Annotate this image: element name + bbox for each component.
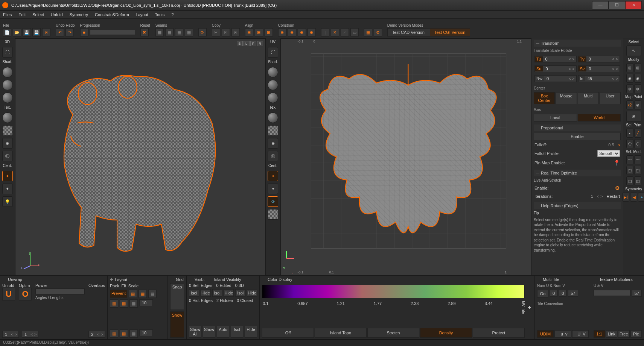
menu-constrain[interactable]: Constrain&Deform xyxy=(95,12,129,17)
menu-edit[interactable]: Edit xyxy=(18,12,26,17)
center-box[interactable]: Box Center xyxy=(534,92,555,104)
seam-2[interactable]: ▦ xyxy=(165,28,174,36)
vis-hide4[interactable]: Hide xyxy=(245,326,257,338)
sb3d-shade2[interactable] xyxy=(2,80,13,90)
restart-button[interactable]: Restart xyxy=(607,194,620,199)
prevent-button[interactable]: Prevent xyxy=(110,290,127,298)
sb3d-bulb-icon[interactable]: 💡 xyxy=(2,196,13,207)
cm-protect[interactable]: Protect xyxy=(473,328,525,338)
refresh-button[interactable]: ⟳ xyxy=(198,28,207,36)
tm-pic[interactable]: Pic xyxy=(630,330,642,338)
cm-stretch[interactable]: Stretch xyxy=(367,328,419,338)
maximize-button[interactable]: ☐ xyxy=(609,1,625,9)
vis-hide1[interactable]: Hide xyxy=(201,289,211,297)
vis-isol1[interactable]: Isol xyxy=(189,289,199,297)
sbuv-tex1[interactable] xyxy=(268,112,278,123)
menu-layout[interactable]: Layout xyxy=(136,12,148,17)
sbuv-frame-icon[interactable]: ⛶ xyxy=(268,47,278,58)
menu-symmetry[interactable]: Symmetry xyxy=(70,12,88,17)
tm-link[interactable]: Link xyxy=(606,330,618,338)
mp-1[interactable]: x2 xyxy=(626,100,633,109)
sbuv-cent2[interactable]: ✦ xyxy=(268,184,278,194)
mod-2[interactable]: ⊞ xyxy=(634,63,641,72)
sym-2[interactable]: |◀ xyxy=(630,193,637,202)
mt-v3[interactable]: 57 xyxy=(568,291,577,296)
mod-1[interactable]: ⊞ xyxy=(626,63,633,72)
demo-cad-tab[interactable]: Test CAD Version xyxy=(388,29,429,36)
fit-3[interactable]: ▦ xyxy=(129,299,138,308)
sp-1[interactable]: • xyxy=(626,129,633,138)
minimize-button[interactable]: — xyxy=(592,1,609,9)
texmul-slider[interactable] xyxy=(594,290,630,296)
profile-select[interactable]: Smooth xyxy=(597,150,620,157)
demo-cgi-tab[interactable]: Test CGI Version xyxy=(430,29,470,36)
center-mouse[interactable]: Mouse xyxy=(556,92,577,104)
power-slider[interactable] xyxy=(35,288,85,294)
misc-5[interactable]: ▦ xyxy=(364,28,372,36)
seam-1[interactable]: ▦ xyxy=(155,28,164,36)
copy-3[interactable]: ⎘ xyxy=(231,28,240,36)
misc-6[interactable]: ⚙ xyxy=(374,28,382,36)
sb3d-tex4[interactable]: Ⓤ xyxy=(2,151,13,161)
in-field[interactable]: 45 xyxy=(585,76,611,81)
vis-isol4[interactable]: Isol xyxy=(231,326,243,338)
pack-2[interactable]: ▦ xyxy=(139,290,147,298)
vis-hide2[interactable]: Hide xyxy=(224,289,234,297)
axis-local[interactable]: Local xyxy=(534,114,577,121)
tc-udim[interactable]: UDIM xyxy=(537,330,554,338)
close-button[interactable]: ✕ xyxy=(625,1,642,9)
sm-1[interactable]: 〰 xyxy=(626,155,633,164)
cursor-icon[interactable]: ↖ xyxy=(626,46,641,56)
view-f[interactable]: F xyxy=(250,41,256,46)
seam-4[interactable]: ▦ xyxy=(185,28,193,36)
axis-world[interactable]: World xyxy=(578,114,621,121)
snap-button[interactable]: Snap xyxy=(170,283,184,310)
prop-enable[interactable]: Enable xyxy=(534,133,621,140)
redo-button[interactable]: ↷ xyxy=(65,28,74,36)
color-gradient[interactable] xyxy=(262,285,525,298)
new-button[interactable]: 📄 xyxy=(3,28,11,36)
mod-6[interactable]: ⊕ xyxy=(634,84,641,93)
sm-3[interactable]: ⬚ xyxy=(626,166,633,175)
con-1[interactable]: ⊕ xyxy=(278,28,286,36)
tv-field[interactable]: 0 xyxy=(586,56,611,62)
falloff-value[interactable]: 0.5 xyxy=(608,143,614,147)
sb3d-tex1[interactable] xyxy=(2,112,13,123)
unwrap-n3[interactable]: 2 xyxy=(89,332,96,337)
tc-uv1[interactable]: _u_v xyxy=(554,330,571,338)
sbuv-checker-icon[interactable] xyxy=(268,125,278,136)
unwrap-n1[interactable]: 1 xyxy=(3,332,9,337)
sp-4[interactable]: ⬡ xyxy=(634,139,641,148)
tu-field[interactable]: 0 xyxy=(543,56,567,62)
menu-files[interactable]: Files xyxy=(3,12,12,17)
open-button[interactable]: 📂 xyxy=(13,28,21,36)
pin-icon[interactable]: 📍 xyxy=(614,160,620,166)
show-button[interactable]: Show xyxy=(170,311,184,338)
tc-uv2[interactable]: _U_V xyxy=(572,330,589,338)
sb3d-cent2[interactable]: ✦ xyxy=(2,184,13,194)
sbuv-tex4[interactable]: Ⓤ xyxy=(268,151,278,161)
panel-transform-header[interactable]: —Transform xyxy=(534,40,621,47)
sb3d-frame-icon[interactable]: ⛶ xyxy=(2,47,13,58)
sbuv-tex3[interactable]: ⊕ xyxy=(268,138,278,149)
sbuv-rotate-icon[interactable]: ⟳ xyxy=(268,196,278,207)
cm-island[interactable]: Island Topo xyxy=(315,328,367,338)
sb3d-shade1[interactable] xyxy=(2,67,13,77)
con-3[interactable]: ⊕ xyxy=(298,28,306,36)
undo-button[interactable]: ↶ xyxy=(56,28,64,36)
fit-1[interactable]: ▦ xyxy=(110,299,118,308)
saveas-button[interactable]: 💾 xyxy=(32,28,41,36)
align-2[interactable]: ⊞ xyxy=(255,28,263,36)
scale-1[interactable]: 10 xyxy=(140,300,149,305)
viewport-3d[interactable]: B L F R yxz xyxy=(15,38,266,275)
misc-4[interactable]: ▭ xyxy=(350,28,359,36)
center-user[interactable]: User xyxy=(600,92,621,104)
panel-rto-header[interactable]: —Real Time Optimize xyxy=(534,170,621,176)
copy-2[interactable]: ⎘ xyxy=(222,28,230,36)
unfold-button[interactable]: U xyxy=(2,288,15,300)
fit-2[interactable]: ▦ xyxy=(120,299,128,308)
vis-hide3[interactable]: Hide xyxy=(247,289,257,297)
menu-unfold[interactable]: Unfold xyxy=(51,12,63,17)
vis-isol2[interactable]: Isol xyxy=(212,289,222,297)
sp-3[interactable]: ⬠ xyxy=(626,139,633,148)
